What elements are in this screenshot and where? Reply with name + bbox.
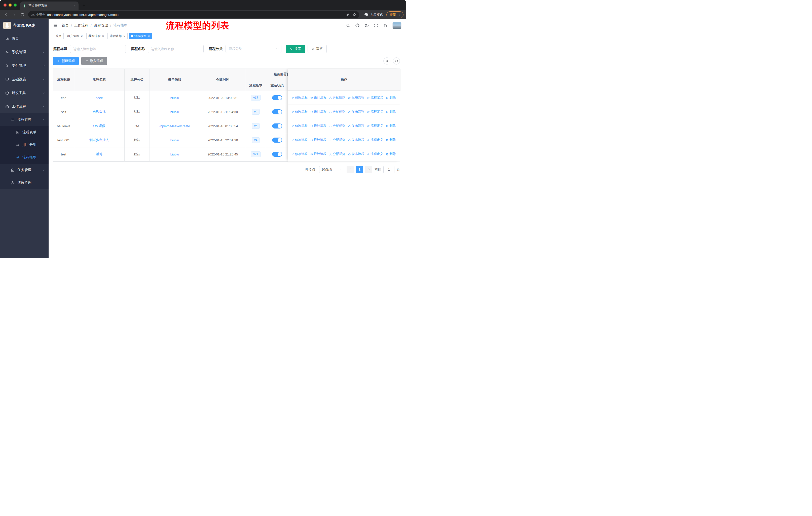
reset-button[interactable]: 重置 xyxy=(308,45,327,53)
browser-tab[interactable]: 芋道管理系统 xyxy=(20,1,79,10)
action-delete-link[interactable]: 删除 xyxy=(386,110,396,114)
tag-close-icon[interactable]: × xyxy=(81,34,83,38)
action-definition-link[interactable]: 流程定义 xyxy=(367,152,383,156)
search-icon[interactable] xyxy=(346,23,350,28)
action-design-link[interactable]: 设计流程 xyxy=(310,110,326,114)
action-edit-link[interactable]: 修改流程 xyxy=(291,96,308,100)
sidebar-item-leave[interactable]: 请假查询 xyxy=(0,176,49,189)
address-bar[interactable]: 不安全 dashboard.yudao.iocoder.cn/bpm/manag… xyxy=(28,11,359,18)
bookmark-star-icon[interactable] xyxy=(353,13,356,17)
action-publish-link[interactable]: 发布流程 xyxy=(348,152,364,156)
action-definition-link[interactable]: 流程定义 xyxy=(367,138,383,142)
sidebar-item-workflow[interactable]: 工作流程 xyxy=(0,100,49,113)
active-toggle[interactable] xyxy=(272,152,282,157)
breadcrumb-item[interactable]: 工作流程 xyxy=(74,23,88,28)
page-size-select[interactable]: 10条/页 xyxy=(319,166,344,173)
sidebar-item-process-mgmt[interactable]: 流程管理 xyxy=(0,113,49,126)
active-toggle[interactable] xyxy=(272,124,282,129)
sidebar-item-payment[interactable]: 支付管理 xyxy=(0,59,49,73)
action-assign-link[interactable]: 分配规则 xyxy=(329,138,345,142)
search-button[interactable]: 搜索 xyxy=(286,45,305,53)
action-assign-link[interactable]: 分配规则 xyxy=(329,96,345,100)
row-form-link[interactable]: biubiu xyxy=(170,96,179,100)
browser-menu-icon[interactable] xyxy=(398,13,401,17)
action-edit-link[interactable]: 修改流程 xyxy=(291,124,308,128)
process-name-input[interactable] xyxy=(148,45,204,53)
create-process-button[interactable]: 新建流程 xyxy=(53,57,79,65)
hamburger-icon[interactable] xyxy=(53,23,58,28)
tag-item[interactable]: 流程模型 × xyxy=(129,33,152,39)
reload-icon[interactable] xyxy=(19,11,26,18)
browser-update-button[interactable]: 更新 xyxy=(386,11,404,18)
sidebar-item-group[interactable]: 用户分组 xyxy=(0,139,49,151)
action-delete-link[interactable]: 删除 xyxy=(386,152,396,156)
action-delete-link[interactable]: 删除 xyxy=(386,138,396,142)
tag-item[interactable]: 我的流程 × xyxy=(86,33,107,39)
tag-item[interactable]: 租户管理 × xyxy=(65,33,85,39)
tag-close-icon[interactable]: × xyxy=(123,34,125,38)
user-avatar[interactable] xyxy=(393,22,402,29)
action-publish-link[interactable]: 发布流程 xyxy=(348,96,364,100)
goto-page-input[interactable] xyxy=(383,166,395,173)
row-form-link[interactable]: biubiu xyxy=(170,138,179,142)
tag-close-icon[interactable]: × xyxy=(102,34,104,38)
font-size-icon[interactable] xyxy=(383,23,388,28)
row-form-link[interactable]: /bpm/oa/leave/create xyxy=(159,124,190,128)
action-publish-link[interactable]: 发布流程 xyxy=(348,138,364,142)
sidebar-item-infrastructure[interactable]: 基础设施 xyxy=(0,73,49,86)
action-delete-link[interactable]: 删除 xyxy=(386,96,396,100)
sidebar-logo[interactable]: 芋道管理系统 xyxy=(0,19,49,32)
prev-page-button[interactable] xyxy=(347,166,354,173)
action-definition-link[interactable]: 流程定义 xyxy=(367,124,383,128)
back-icon[interactable] xyxy=(2,11,9,18)
toggle-search-button[interactable] xyxy=(383,57,390,64)
new-tab-button[interactable] xyxy=(82,3,86,7)
sidebar-item-task[interactable]: 任务管理 xyxy=(0,164,49,176)
active-toggle[interactable] xyxy=(272,95,282,100)
action-definition-link[interactable]: 流程定义 xyxy=(367,96,383,100)
sidebar-item-dashboard[interactable]: 首页 xyxy=(0,32,49,45)
sidebar-item-model[interactable]: 流程模型 xyxy=(0,151,49,164)
row-process-name-link[interactable]: eeee xyxy=(96,96,103,100)
action-design-link[interactable]: 设计流程 xyxy=(310,124,326,128)
key-icon[interactable] xyxy=(346,13,350,17)
action-assign-link[interactable]: 分配规则 xyxy=(329,124,345,128)
window-close-button[interactable] xyxy=(3,3,6,6)
breadcrumb-item[interactable]: 流程管理 xyxy=(94,23,108,28)
import-process-button[interactable]: 导入流程 xyxy=(81,57,107,65)
forward-icon[interactable] xyxy=(10,11,18,18)
window-zoom-button[interactable] xyxy=(13,3,17,6)
row-form-link[interactable]: biubiu xyxy=(170,153,179,156)
row-process-name-link[interactable]: OA 请假 xyxy=(93,124,105,128)
action-edit-link[interactable]: 修改流程 xyxy=(291,152,308,156)
tag-item[interactable]: 流程表单 × xyxy=(108,33,127,39)
breadcrumb-item[interactable]: 首页 xyxy=(62,23,69,28)
sidebar-item-devtools[interactable]: 研发工具 xyxy=(0,86,49,100)
next-page-button[interactable] xyxy=(365,166,372,173)
sidebar-item-form[interactable]: 流程表单 xyxy=(0,126,49,139)
tab-close-icon[interactable] xyxy=(73,4,76,7)
fullscreen-icon[interactable] xyxy=(374,23,378,28)
active-toggle[interactable] xyxy=(272,138,282,143)
action-assign-link[interactable]: 分配规则 xyxy=(329,110,345,114)
refresh-table-button[interactable] xyxy=(393,57,400,64)
action-publish-link[interactable]: 发布流程 xyxy=(348,124,364,128)
action-publish-link[interactable]: 发布流程 xyxy=(348,110,364,114)
action-edit-link[interactable]: 修改流程 xyxy=(291,138,308,142)
row-process-name-link[interactable]: 自己审批 xyxy=(93,110,106,114)
tag-close-icon[interactable]: × xyxy=(148,34,150,38)
action-design-link[interactable]: 设计流程 xyxy=(310,152,326,156)
action-definition-link[interactable]: 流程定义 xyxy=(367,110,383,114)
category-select[interactable]: 流程分类 xyxy=(226,45,282,53)
window-minimize-button[interactable] xyxy=(8,3,11,6)
tag-item[interactable]: 首页 xyxy=(53,33,64,39)
github-icon[interactable] xyxy=(355,23,360,28)
action-assign-link[interactable]: 分配规则 xyxy=(329,152,345,156)
action-delete-link[interactable]: 删除 xyxy=(386,124,396,128)
row-process-name-link[interactable]: 滔博 xyxy=(96,152,103,156)
row-form-link[interactable]: biubiu xyxy=(170,110,179,114)
row-process-name-link[interactable]: 测试多审批人 xyxy=(89,138,109,142)
question-icon[interactable] xyxy=(365,23,369,28)
action-edit-link[interactable]: 修改流程 xyxy=(291,110,308,114)
process-id-input[interactable] xyxy=(70,45,126,53)
